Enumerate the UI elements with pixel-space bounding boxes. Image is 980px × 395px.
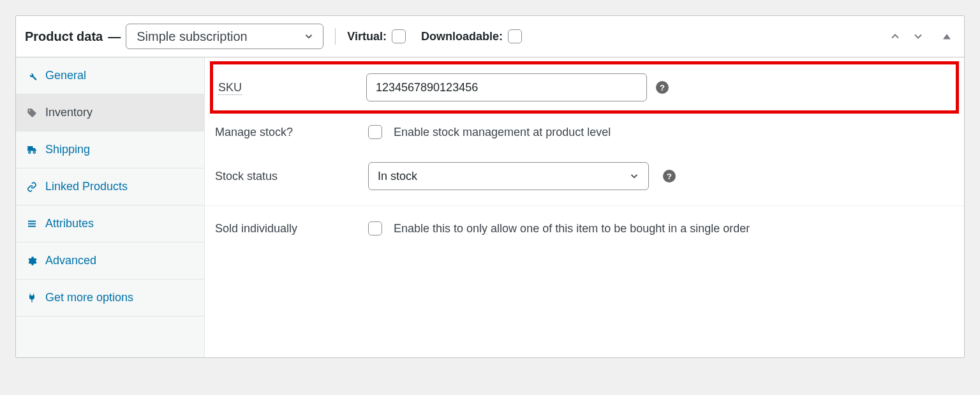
svg-rect-3: [28, 220, 36, 221]
tab-label: General: [45, 69, 86, 82]
tab-attributes[interactable]: Attributes: [16, 205, 204, 242]
stock-status-select[interactable]: In stock: [368, 162, 649, 190]
sidebar: General Inventory Shipping Linked Produc…: [16, 57, 205, 357]
downloadable-checkbox[interactable]: [508, 29, 522, 43]
tab-general[interactable]: General: [16, 57, 204, 94]
tab-label: Attributes: [45, 217, 94, 230]
sold-individually-label: Sold individually: [215, 222, 363, 235]
sku-label: SKU: [218, 81, 366, 94]
tab-label: Get more options: [45, 291, 133, 304]
title-dash: —: [108, 29, 121, 44]
tab-content: SKU ? Manage stock? Enable stock managem…: [205, 57, 964, 357]
stock-status-select-wrap: In stock: [368, 162, 649, 190]
tab-label: Inventory: [45, 106, 93, 119]
panel-title: Product data: [25, 29, 103, 44]
virtual-checkbox[interactable]: [392, 29, 406, 43]
link-icon: [26, 182, 38, 192]
tab-label: Advanced: [45, 254, 96, 267]
gear-icon: [26, 256, 38, 266]
tag-icon: [26, 108, 38, 118]
sku-input[interactable]: [366, 73, 647, 101]
sku-highlight: SKU ?: [210, 61, 959, 114]
downloadable-toggle[interactable]: Downloadable:: [421, 29, 522, 43]
svg-point-1: [29, 151, 31, 153]
sold-individually-desc: Enable this to only allow one of this it…: [394, 222, 750, 235]
manage-stock-checkbox[interactable]: [368, 125, 382, 139]
product-type-select-wrap: Simple subscription: [126, 24, 323, 49]
sold-individually-checkbox[interactable]: [368, 221, 382, 235]
svg-point-2: [33, 151, 35, 153]
stock-status-label: Stock status: [215, 170, 363, 183]
panel-header-actions: [886, 27, 955, 45]
tab-label: Shipping: [45, 143, 90, 156]
manage-stock-desc: Enable stock management at product level: [394, 126, 611, 139]
plug-icon: [26, 293, 38, 303]
truck-icon: [26, 144, 38, 156]
manage-stock-row: Manage stock? Enable stock management at…: [205, 114, 964, 151]
list-icon: [26, 219, 38, 229]
tab-linked-products[interactable]: Linked Products: [16, 168, 204, 205]
virtual-label: Virtual:: [347, 30, 387, 43]
divider: [205, 205, 964, 206]
move-down-icon[interactable]: [909, 27, 927, 45]
tab-label: Linked Products: [45, 180, 128, 193]
svg-rect-4: [28, 223, 36, 224]
help-icon[interactable]: ?: [663, 170, 676, 183]
product-type-select[interactable]: Simple subscription: [126, 24, 323, 49]
stock-status-row: Stock status In stock ?: [205, 151, 964, 202]
sold-individually-row: Sold individually Enable this to only al…: [205, 210, 964, 247]
panel-body: General Inventory Shipping Linked Produc…: [16, 57, 964, 357]
svg-marker-0: [943, 34, 951, 39]
downloadable-label: Downloadable:: [421, 30, 503, 43]
collapse-panel-icon[interactable]: [939, 28, 955, 45]
tab-advanced[interactable]: Advanced: [16, 242, 204, 279]
virtual-toggle[interactable]: Virtual:: [347, 29, 406, 43]
manage-stock-label: Manage stock?: [215, 126, 363, 139]
product-data-panel: Product data — Simple subscription Virtu…: [15, 15, 965, 358]
wrench-icon: [26, 71, 38, 81]
tab-shipping[interactable]: Shipping: [16, 131, 204, 168]
move-up-icon[interactable]: [886, 27, 904, 45]
tab-inventory[interactable]: Inventory: [16, 94, 204, 131]
svg-rect-5: [28, 225, 36, 227]
tab-get-more-options[interactable]: Get more options: [16, 279, 204, 317]
panel-header: Product data — Simple subscription Virtu…: [16, 16, 964, 57]
header-separator: [335, 28, 336, 45]
help-icon[interactable]: ?: [656, 81, 669, 94]
